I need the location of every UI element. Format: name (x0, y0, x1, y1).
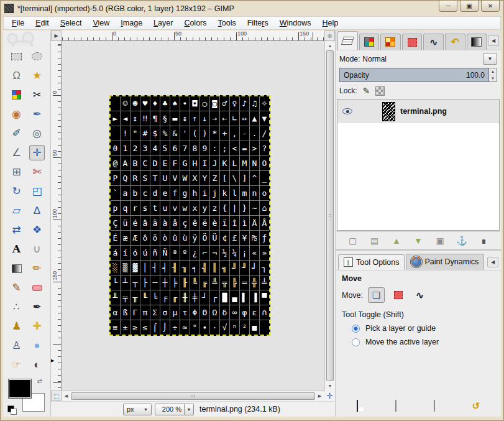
zoom-level-field[interactable]: 200 % (155, 404, 185, 415)
vertical-scrollbar[interactable]: ▲ ▼ (324, 41, 335, 391)
tool-rectangle-select[interactable] (6, 47, 27, 66)
zoom-dropdown-button[interactable]: ▼ (185, 404, 194, 415)
move-path-button[interactable]: ∿ (411, 287, 428, 303)
move-layer-button[interactable]: ❏ (368, 287, 385, 303)
scroll-down-icon[interactable]: ▼ (325, 381, 335, 391)
tool-dodge-burn-tool[interactable]: ◐ (27, 355, 47, 374)
tab-tool-options[interactable]: ∥ Tool Options (338, 254, 405, 270)
horizontal-scrollbar[interactable]: ◀ ▶ (62, 391, 324, 401)
tool-shear-tool[interactable]: ▱ (6, 201, 27, 220)
minimize-button[interactable]: ─ (439, 1, 457, 12)
new-layer-button[interactable]: ▢ (346, 234, 360, 248)
layer-row[interactable]: terminal.png (337, 99, 499, 123)
new-layer-group-button[interactable]: ▤ (367, 234, 382, 248)
tool-blur-sharpen-tool[interactable]: ● (27, 336, 47, 355)
tool-bucket-fill-tool[interactable]: ∪ (27, 239, 47, 259)
tool-cage-transform-tool[interactable]: ❖ (27, 220, 47, 239)
tool-options-menu-button[interactable]: ◀ (487, 257, 498, 267)
opacity-spinner[interactable]: ▲ ▼ (489, 68, 497, 82)
tool-select-by-color[interactable] (6, 85, 27, 104)
radio-icon[interactable] (352, 325, 360, 333)
tool-scissors-select[interactable]: ✂ (27, 85, 47, 104)
dialog-tab-layers[interactable] (337, 31, 358, 50)
tool-pencil-tool[interactable]: ✏ (27, 259, 47, 278)
tool-scale-tool[interactable]: ◰ (27, 182, 47, 201)
dialog-tab-paths[interactable]: ∿ (423, 34, 444, 50)
tool-paths-tool[interactable]: ✒ (27, 104, 47, 124)
radio-option-2[interactable]: Move the active layer (352, 338, 495, 346)
close-button[interactable]: ✕ (481, 1, 500, 12)
menu-edit[interactable]: Edit (30, 17, 55, 29)
mode-dropdown-button[interactable]: ▼ (483, 53, 497, 65)
duplicate-layer-button[interactable]: ▣ (433, 234, 447, 248)
tool-perspective-tool[interactable]: ∆ (27, 201, 47, 220)
lock-pixels-icon[interactable]: ✎ (363, 86, 370, 96)
dialog-tab-undo-history[interactable]: ↶ (445, 34, 465, 50)
dialog-tab-selection-editor[interactable] (402, 34, 423, 50)
tool-align-tool[interactable]: ⊞ (6, 162, 27, 182)
menu-layer[interactable]: Layer (148, 17, 178, 29)
reset-options-button[interactable]: ↺ (472, 400, 480, 412)
unit-dropdown[interactable]: px ▼ (123, 404, 152, 415)
tool-foreground-select[interactable]: ◉ (6, 104, 27, 124)
menu-image[interactable]: Image (115, 17, 148, 29)
move-selection-button[interactable] (390, 287, 406, 303)
menu-view[interactable]: View (87, 17, 115, 29)
canvas-viewport[interactable]: ☺☻♥♦♣♠•◘○◙♂♀♪♫☼►◄↕‼¶§▬↨↑↓→←∟↔▲▼ !"#$%&'(… (62, 41, 324, 391)
menu-tools[interactable]: Tools (213, 17, 242, 29)
vertical-ruler[interactable]: ▶ 050100150 (51, 41, 62, 391)
tool-text-tool[interactable]: A (6, 239, 27, 259)
swap-colors-icon[interactable]: ⇄ (37, 377, 42, 384)
radio-icon[interactable] (352, 338, 360, 346)
delete-options-button[interactable] (434, 400, 435, 412)
scroll-right-icon[interactable]: ▶ (315, 391, 324, 401)
tool-flip-tool[interactable]: ⇄ (6, 220, 27, 239)
tool-move-tool[interactable]: ✛ (27, 143, 47, 162)
tool-zoom-tool[interactable]: ◎ (27, 124, 47, 143)
quickmask-button[interactable]: ⬚ (51, 391, 62, 401)
tool-paintbrush-tool[interactable]: ✎ (6, 278, 27, 297)
raise-layer-button[interactable]: ▲ (389, 234, 404, 248)
menu-file[interactable]: File (6, 17, 30, 29)
scroll-left-icon[interactable]: ◀ (62, 391, 71, 401)
restore-options-button[interactable] (395, 400, 396, 412)
dialog-tab-gradients[interactable] (467, 34, 487, 50)
layer-thumbnail[interactable] (382, 102, 395, 121)
foreground-color-swatch[interactable] (9, 379, 31, 398)
tool-ink-tool[interactable]: ✒ (27, 297, 47, 317)
tool-fuzzy-select[interactable]: ★ (27, 66, 47, 85)
tool-clone-tool[interactable]: ♟ (6, 317, 27, 336)
tool-free-select[interactable]: Ω (6, 66, 27, 85)
radio-option-1[interactable]: Pick a layer or guide (352, 324, 495, 333)
lower-layer-button[interactable]: ▼ (411, 234, 426, 248)
spin-down-icon[interactable]: ▼ (489, 75, 497, 82)
opacity-slider[interactable]: Opacity 100.0 (339, 68, 489, 82)
spin-up-icon[interactable]: ▲ (489, 68, 497, 75)
tool-perspective-clone-tool[interactable]: ♙ (6, 336, 27, 355)
horizontal-ruler[interactable]: 050100150 (62, 30, 324, 41)
save-options-button[interactable] (357, 400, 358, 412)
zoom-follows-window-button[interactable]: ◎ (324, 30, 335, 41)
layer-visible-icon[interactable] (342, 108, 352, 114)
tab-paint-dynamics[interactable]: Paint Dynamics (406, 254, 484, 270)
tool-gradient-tool[interactable] (6, 259, 27, 278)
tool-crop-tool[interactable]: ✄ (27, 162, 47, 182)
anchor-layer-button[interactable]: ⚓ (454, 234, 469, 248)
restore-button[interactable]: ▣ (460, 1, 479, 12)
menu-help[interactable]: Help (316, 17, 344, 29)
tool-eraser-tool[interactable] (27, 278, 47, 297)
menu-windows[interactable]: Windows (274, 17, 317, 29)
horizontal-scroll-thumb[interactable] (71, 392, 315, 400)
tool-airbrush-tool[interactable]: ∴ (6, 297, 27, 317)
tool-measure-tool[interactable]: ∠ (6, 143, 27, 162)
dock-menu-button[interactable]: ◀ (488, 35, 499, 46)
menu-colors[interactable]: Colors (178, 17, 212, 29)
canvas-menu-button[interactable]: ▶ (51, 30, 62, 41)
titlebar[interactable]: *[terminal] (imported)-5.0 (RGB color, 1… (1, 1, 503, 16)
terminal-font-image[interactable]: ☺☻♥♦♣♠•◘○◙♂♀♪♫☼►◄↕‼¶§▬↨↑↓→←∟↔▲▼ !"#$%&'(… (109, 95, 270, 336)
menu-filters[interactable]: Filters (242, 17, 274, 29)
dialog-tab-colormap[interactable] (380, 34, 401, 50)
menu-select[interactable]: Select (55, 17, 88, 29)
lock-alpha-icon[interactable] (375, 86, 385, 96)
tool-color-picker[interactable]: ✐ (6, 124, 27, 143)
